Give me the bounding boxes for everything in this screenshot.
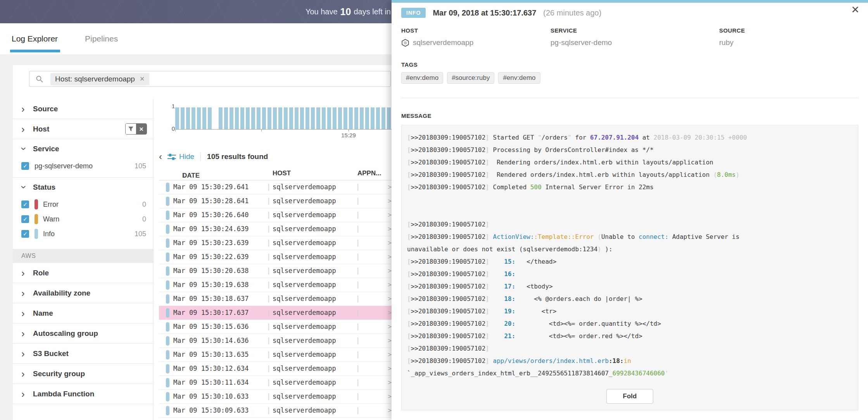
histogram-bar[interactable] (219, 107, 223, 129)
chip-close-icon[interactable]: ✕ (140, 75, 145, 83)
log-row[interactable]: Mar 09 15:30:22.639 | sqlserverdemoapp |… (159, 250, 392, 264)
facet-source[interactable]: › Source (13, 99, 153, 119)
histogram-bar[interactable] (251, 107, 255, 129)
facet-value-row[interactable]: ✓ Info 105 (13, 226, 153, 241)
tag-pill[interactable]: #env:demo (498, 72, 540, 84)
histogram-bar[interactable] (387, 107, 391, 129)
tab-log-explorer[interactable]: Log Explorer (12, 23, 58, 54)
search-filter-chip[interactable]: Host: sqlserverdemoapp ✕ (50, 73, 149, 85)
log-row[interactable]: Mar 09 15:30:10.633 | sqlserverdemoapp |… (159, 390, 392, 404)
histogram-bar[interactable] (208, 107, 212, 129)
histogram-bar[interactable] (343, 107, 347, 129)
histogram-bar[interactable] (316, 107, 320, 129)
histogram-bar[interactable] (262, 107, 266, 129)
histogram-bar[interactable] (322, 107, 326, 129)
host-value[interactable]: sqlserverdemoapp (413, 38, 473, 47)
histogram-bar[interactable] (284, 107, 288, 129)
histogram-bar[interactable] (338, 107, 342, 129)
histogram-bar[interactable] (240, 107, 244, 129)
histogram-bar[interactable] (267, 107, 271, 129)
log-row[interactable]: Mar 09 15:30:15.636 | sqlserverdemoapp |… (159, 320, 392, 334)
source-value[interactable]: ruby (719, 38, 733, 47)
log-row[interactable]: Mar 09 15:30:11.634 | sqlserverdemoapp |… (159, 376, 392, 390)
log-row[interactable]: Mar 09 15:30:28.641 | sqlserverdemoapp |… (159, 194, 392, 208)
log-row[interactable]: Mar 09 15:30:14.636 | sqlserverdemoapp |… (159, 334, 392, 348)
histogram-bar[interactable] (376, 107, 380, 129)
facet-value-row[interactable]: ✓ Error 0 (13, 197, 153, 212)
histogram-bar[interactable] (186, 107, 190, 129)
histogram-bar[interactable] (246, 107, 250, 129)
facet-title: Service (33, 145, 59, 153)
histogram-bar[interactable] (311, 107, 315, 129)
histogram-bar[interactable] (202, 107, 206, 129)
histogram-bar[interactable] (333, 107, 337, 129)
facet-role[interactable]: › Role (13, 263, 153, 283)
log-row[interactable]: Mar 09 15:30:20.638 | sqlserverdemoapp |… (159, 264, 392, 278)
status-items: ✓ Error 0 ✓ Warn 0 ✓ Info 105 (13, 197, 153, 241)
column-separator: | (356, 295, 360, 302)
log-row[interactable]: Mar 09 15:30:19.638 | sqlserverdemoapp |… (159, 278, 392, 292)
log-row[interactable]: Mar 09 15:30:24.639 | sqlserverdemoapp |… (159, 222, 392, 236)
histogram-bar[interactable] (305, 107, 309, 129)
histogram-bar[interactable] (300, 107, 304, 129)
facet-lambda-function[interactable]: › Lambda Function (13, 384, 153, 404)
fold-button[interactable]: Fold (606, 389, 654, 404)
facet-value-count: 105 (135, 230, 146, 238)
histogram-bar[interactable] (257, 107, 261, 129)
log-row[interactable]: Mar 09 15:30:18.637 | sqlserverdemoapp |… (159, 292, 392, 306)
histogram-bar[interactable] (197, 107, 201, 129)
histogram-bar[interactable] (365, 107, 369, 129)
histogram-bar[interactable] (235, 107, 239, 129)
column-header-appname[interactable]: APPN... (357, 169, 381, 177)
histogram-bar[interactable] (349, 107, 353, 129)
histogram-bar[interactable] (192, 107, 195, 129)
histogram-bar[interactable] (224, 107, 228, 129)
facet-status[interactable]: › Status (13, 178, 153, 197)
histogram-bar[interactable] (360, 107, 364, 129)
log-date: Mar 09 15:30:09.633 (173, 406, 248, 414)
checkbox-checked-icon[interactable]: ✓ (21, 215, 29, 223)
histogram-bar[interactable] (289, 107, 293, 129)
histogram-bar[interactable] (295, 107, 299, 129)
tab-pipelines[interactable]: Pipelines (85, 23, 118, 54)
facet-security-group[interactable]: › Security group (13, 364, 153, 384)
close-icon[interactable]: ✕ (851, 5, 859, 15)
tag-pill[interactable]: #env:demo (401, 72, 443, 84)
column-header-host[interactable]: HOST (273, 169, 291, 177)
histogram-bar[interactable] (175, 107, 179, 129)
log-host: sqlserverdemoapp (273, 253, 336, 261)
facet-service[interactable]: › Service (13, 139, 153, 159)
histogram-bar[interactable] (230, 107, 233, 129)
histogram-bar[interactable] (327, 107, 331, 129)
facet-availability-zone[interactable]: › Availability zone (13, 283, 153, 303)
facet-name[interactable]: › Name (13, 303, 153, 323)
histogram-bar[interactable] (273, 107, 277, 129)
facet-autoscaling-group[interactable]: › Autoscaling group (13, 323, 153, 344)
log-row[interactable]: Mar 09 15:30:29.641 | sqlserverdemoapp |… (159, 180, 392, 194)
facet-value-row[interactable]: ✓ Warn 0 (13, 212, 153, 226)
log-row[interactable]: Mar 09 15:30:23.639 | sqlserverdemoapp |… (159, 236, 392, 250)
facet-value-row[interactable]: ✓ pg-sqlserver-demo 105 (13, 159, 153, 173)
service-value[interactable]: pg-sqlserver-demo (550, 38, 612, 47)
checkbox-checked-icon[interactable]: ✓ (21, 200, 29, 208)
log-row[interactable]: Mar 09 15:30:12.634 | sqlserverdemoapp |… (159, 362, 392, 376)
histogram-bar[interactable] (278, 107, 282, 129)
checkbox-checked-icon[interactable]: ✓ (21, 230, 29, 238)
log-row[interactable]: Mar 09 15:30:26.640 | sqlserverdemoapp |… (159, 208, 392, 222)
funnel-filter-icon[interactable] (126, 124, 136, 134)
log-row-selected[interactable]: Mar 09 15:30:17.637 | sqlserverdemoapp |… (159, 306, 392, 320)
log-row[interactable]: Mar 09 15:30:09.633 | sqlserverdemoapp |… (159, 404, 392, 418)
checkbox-checked-icon[interactable]: ✓ (21, 162, 29, 170)
log-row[interactable]: Mar 09 15:30:13.635 | sqlserverdemoapp |… (159, 348, 392, 362)
histogram-bar[interactable] (381, 107, 385, 129)
search-input[interactable]: Host: sqlserverdemoapp ✕ (29, 71, 391, 87)
clear-filter-icon[interactable]: ✕ (136, 124, 147, 134)
facet-s3-bucket[interactable]: › S3 Bucket (13, 344, 153, 364)
collapse-chevron-icon[interactable]: ‹ (159, 152, 162, 161)
histogram-bar[interactable] (354, 107, 358, 129)
histogram-bar[interactable] (181, 107, 185, 129)
facet-host[interactable]: › Host ✕ (13, 119, 153, 139)
histogram-bar[interactable] (371, 107, 374, 129)
hide-button[interactable]: Hide (167, 152, 194, 161)
tag-pill[interactable]: #source:ruby (447, 72, 494, 84)
